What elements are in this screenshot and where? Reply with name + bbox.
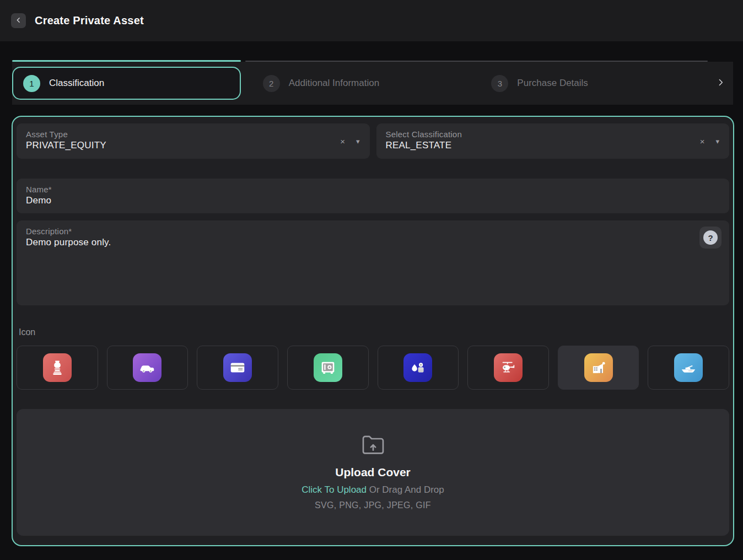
- step-number-badge: 2: [263, 75, 280, 92]
- clear-icon[interactable]: ×: [700, 137, 705, 146]
- step-tabs: 1 Classification 2 Additional Informatio…: [12, 62, 733, 105]
- inactive-step-indicator: [245, 61, 708, 62]
- chevron-right-icon: [716, 78, 725, 89]
- chevron-left-icon: [15, 16, 22, 26]
- name-input[interactable]: Name* Demo: [17, 179, 729, 213]
- description-label: Description*: [26, 227, 720, 236]
- next-step-button[interactable]: [708, 78, 733, 89]
- classification-value: REAL_ESTATE: [386, 140, 720, 151]
- tab-purchase-details[interactable]: 3 Purchase Details: [479, 62, 708, 105]
- description-value: Demo purpose only.: [26, 237, 720, 248]
- tab-label: Additional Information: [289, 78, 379, 89]
- helicopter-icon: [494, 353, 523, 382]
- caret-down-icon[interactable]: ▾: [356, 138, 360, 145]
- upload-formats: SVG, PNG, JPG, JPEG, GIF: [315, 500, 431, 510]
- question-mark-icon: ?: [703, 230, 718, 245]
- app-header: Create Private Asset: [0, 0, 743, 41]
- dropdown-controls: × ▾: [340, 123, 359, 159]
- icon-option-yacht[interactable]: [648, 346, 729, 390]
- upload-cover-dropzone[interactable]: Upload Cover Click To Upload Or Drag And…: [17, 409, 729, 536]
- icon-option-real-estate[interactable]: [558, 346, 639, 390]
- classification-select[interactable]: Select Classification REAL_ESTATE × ▾: [376, 123, 730, 159]
- tab-additional-information[interactable]: 2 Additional Information: [251, 62, 480, 105]
- step-number-badge: 1: [23, 75, 40, 92]
- classification-form-panel: Asset Type PRIVATE_EQUITY × ▾ Select Cla…: [12, 116, 734, 546]
- back-button[interactable]: [11, 13, 26, 28]
- asset-type-label: Asset Type: [26, 130, 360, 139]
- liquidity-coins-icon: [403, 353, 432, 382]
- icon-section-label: Icon: [19, 327, 729, 337]
- description-input[interactable]: Description* Demo purpose only. ?: [17, 220, 729, 305]
- upload-title: Upload Cover: [335, 466, 411, 479]
- dropdown-row: Asset Type PRIVATE_EQUITY × ▾ Select Cla…: [17, 123, 729, 159]
- upload-instructions: Click To Upload Or Drag And Drop: [301, 484, 444, 496]
- asset-type-select[interactable]: Asset Type PRIVATE_EQUITY × ▾: [17, 123, 370, 159]
- asset-type-value: PRIVATE_EQUITY: [26, 140, 360, 151]
- icon-option-car[interactable]: [107, 346, 189, 390]
- icon-option-antique-vase[interactable]: [17, 346, 98, 390]
- drag-and-drop-text: Or Drag And Drop: [367, 484, 444, 495]
- credit-card-icon: [223, 353, 252, 382]
- icon-option-credit-card[interactable]: [197, 346, 278, 390]
- caret-down-icon[interactable]: ▾: [715, 138, 719, 145]
- folder-upload-icon: [362, 435, 385, 457]
- icon-option-helicopter[interactable]: [467, 346, 549, 390]
- tab-classification[interactable]: 1 Classification: [12, 67, 241, 100]
- click-to-upload-link[interactable]: Click To Upload: [301, 484, 367, 495]
- tab-label: Classification: [49, 78, 104, 89]
- icon-option-liquidity-coins[interactable]: [378, 346, 459, 390]
- antique-vase-icon: [43, 353, 72, 382]
- tab-label: Purchase Details: [517, 78, 588, 89]
- name-value: Demo: [26, 195, 720, 206]
- yacht-icon: [674, 353, 703, 382]
- help-button[interactable]: ?: [699, 227, 722, 249]
- page-title: Create Private Asset: [35, 14, 144, 27]
- icon-picker: [17, 346, 729, 390]
- vault-icon: [314, 353, 342, 382]
- car-icon: [133, 353, 161, 382]
- dropdown-controls: × ▾: [700, 123, 719, 159]
- real-estate-icon: [584, 353, 613, 382]
- icon-option-vault[interactable]: [287, 346, 369, 390]
- classification-label: Select Classification: [386, 130, 720, 139]
- name-label: Name*: [26, 185, 720, 194]
- step-number-badge: 3: [491, 75, 508, 92]
- active-step-indicator: [12, 60, 241, 62]
- clear-icon[interactable]: ×: [340, 137, 345, 146]
